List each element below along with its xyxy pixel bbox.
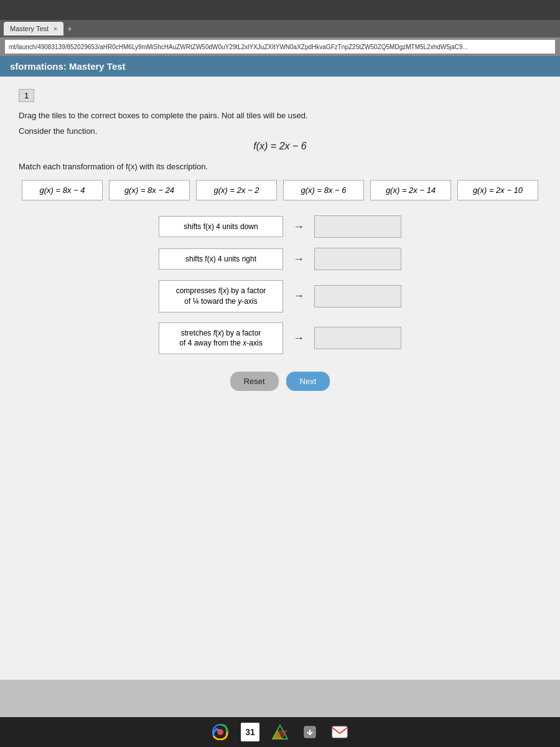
tile-grid: g(x) = 8x − 4 g(x) = 8x − 24 g(x) = 2x −… bbox=[19, 180, 541, 200]
match-row-1: shifts f(x) 4 units down → bbox=[159, 215, 401, 238]
tile-g2x-2[interactable]: g(x) = 2x − 2 bbox=[196, 180, 277, 200]
next-button[interactable]: Next bbox=[286, 372, 330, 391]
instruction-text: Drag the tiles to the correct boxes to c… bbox=[19, 111, 541, 120]
description-shifts-right: shifts f(x) 4 units right bbox=[159, 248, 283, 270]
description-stretches: stretches f(x) by a factorof 4 away from… bbox=[159, 322, 283, 355]
calendar-icon[interactable]: 31 bbox=[241, 723, 259, 741]
tile-g8x-24[interactable]: g(x) = 8x − 24 bbox=[109, 180, 190, 200]
browser-tab[interactable]: Mastery Test × bbox=[4, 22, 63, 35]
match-row-3: compresses f(x) by a factorof ¼ toward t… bbox=[159, 280, 401, 312]
arrow-3: → bbox=[293, 289, 304, 303]
answer-box-3[interactable] bbox=[314, 285, 401, 308]
bottom-spacer bbox=[0, 680, 560, 717]
address-input[interactable] bbox=[5, 40, 555, 54]
tile-g2x-10[interactable]: g(x) = 2x − 10 bbox=[457, 180, 538, 200]
chrome-icon[interactable] bbox=[211, 723, 230, 741]
match-row-4: stretches f(x) by a factorof 4 away from… bbox=[159, 322, 401, 355]
address-bar bbox=[0, 37, 560, 56]
page-header: sformations: Mastery Test bbox=[0, 56, 560, 77]
match-label: Match each transformation of f(x) with i… bbox=[19, 162, 541, 171]
button-row: Reset Next bbox=[19, 372, 541, 391]
tile-g8x-4[interactable]: g(x) = 8x − 4 bbox=[22, 180, 103, 200]
answer-box-4[interactable] bbox=[314, 327, 401, 349]
matching-area: shifts f(x) 4 units down → shifts f(x) 4… bbox=[19, 215, 541, 354]
arrow-1: → bbox=[293, 220, 304, 233]
description-shifts-down: shifts f(x) 4 units down bbox=[159, 216, 283, 238]
function-display: f(x) = 2x − 6 bbox=[19, 141, 541, 152]
answer-box-1[interactable] bbox=[314, 215, 401, 238]
consider-label: Consider the function. bbox=[19, 126, 541, 136]
calendar-date: 31 bbox=[245, 727, 255, 737]
main-content: 1 Drag the tiles to the correct boxes to… bbox=[0, 77, 560, 680]
taskbar: 31 bbox=[0, 717, 560, 747]
tab-bar: Mastery Test × + bbox=[0, 20, 560, 37]
page-title: sformations: Mastery Test bbox=[10, 61, 126, 72]
gmail-icon[interactable] bbox=[330, 723, 349, 741]
files-icon[interactable] bbox=[301, 723, 319, 741]
question-number: 1 bbox=[19, 89, 34, 102]
tile-g8x-6[interactable]: g(x) = 8x − 6 bbox=[283, 180, 364, 200]
arrow-2: → bbox=[293, 253, 304, 266]
svg-rect-7 bbox=[332, 726, 347, 738]
drive-icon[interactable] bbox=[271, 723, 289, 741]
tile-g2x-14[interactable]: g(x) = 2x − 14 bbox=[370, 180, 451, 200]
description-compresses: compresses f(x) by a factorof ¼ toward t… bbox=[159, 280, 283, 312]
arrow-4: → bbox=[293, 332, 304, 345]
new-tab-button[interactable]: + bbox=[67, 24, 72, 34]
tab-close[interactable]: × bbox=[54, 26, 57, 32]
reset-button[interactable]: Reset bbox=[230, 372, 279, 391]
tab-label: Mastery Test bbox=[10, 25, 49, 32]
answer-box-2[interactable] bbox=[314, 248, 401, 270]
browser-top bbox=[0, 0, 560, 20]
match-row-2: shifts f(x) 4 units right → bbox=[159, 248, 401, 270]
